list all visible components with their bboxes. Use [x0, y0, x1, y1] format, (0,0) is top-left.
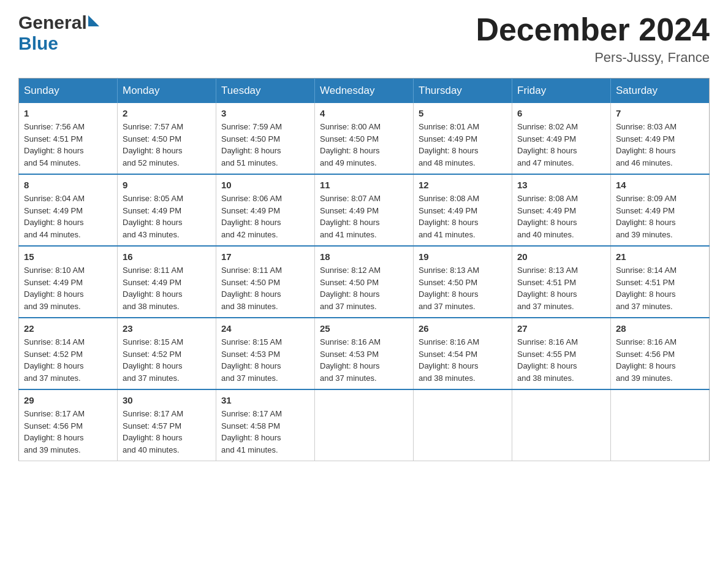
- day-number: 12: [419, 180, 507, 190]
- day-number: 16: [123, 251, 211, 262]
- day-cell: 9 Sunrise: 8:05 AM Sunset: 4:49 PM Dayli…: [118, 174, 216, 246]
- day-number: 18: [320, 251, 408, 262]
- day-info: Sunrise: 8:03 AM Sunset: 4:49 PM Dayligh…: [616, 121, 704, 169]
- week-row-4: 22 Sunrise: 8:14 AM Sunset: 4:52 PM Dayl…: [19, 318, 710, 389]
- day-cell: 4 Sunrise: 8:00 AM Sunset: 4:50 PM Dayli…: [315, 103, 414, 174]
- day-cell: [414, 389, 512, 461]
- day-cell: 28 Sunrise: 8:16 AM Sunset: 4:56 PM Dayl…: [611, 318, 710, 389]
- day-info: Sunrise: 8:15 AM Sunset: 4:52 PM Dayligh…: [123, 336, 211, 384]
- header-thursday: Thursday: [414, 79, 512, 104]
- day-info: Sunrise: 8:08 AM Sunset: 4:49 PM Dayligh…: [419, 193, 507, 240]
- day-cell: 22 Sunrise: 8:14 AM Sunset: 4:52 PM Dayl…: [19, 318, 118, 389]
- calendar-body: 1 Sunrise: 7:56 AM Sunset: 4:51 PM Dayli…: [19, 103, 710, 461]
- day-cell: 29 Sunrise: 8:17 AM Sunset: 4:56 PM Dayl…: [19, 389, 118, 461]
- day-info: Sunrise: 8:17 AM Sunset: 4:57 PM Dayligh…: [123, 408, 211, 456]
- day-info: Sunrise: 8:05 AM Sunset: 4:49 PM Dayligh…: [123, 193, 211, 240]
- day-number: 15: [24, 251, 112, 262]
- day-cell: 31 Sunrise: 8:17 AM Sunset: 4:58 PM Dayl…: [216, 389, 315, 461]
- day-cell: 20 Sunrise: 8:13 AM Sunset: 4:51 PM Dayl…: [512, 246, 611, 318]
- day-cell: 13 Sunrise: 8:08 AM Sunset: 4:49 PM Dayl…: [512, 174, 611, 246]
- day-info: Sunrise: 8:11 AM Sunset: 4:49 PM Dayligh…: [123, 264, 211, 312]
- day-number: 14: [616, 180, 704, 190]
- day-info: Sunrise: 8:16 AM Sunset: 4:55 PM Dayligh…: [517, 336, 605, 384]
- svg-marker-0: [88, 15, 99, 26]
- day-number: 20: [517, 251, 605, 262]
- day-info: Sunrise: 8:16 AM Sunset: 4:53 PM Dayligh…: [320, 336, 408, 384]
- day-cell: 16 Sunrise: 8:11 AM Sunset: 4:49 PM Dayl…: [118, 246, 216, 318]
- day-cell: 2 Sunrise: 7:57 AM Sunset: 4:50 PM Dayli…: [118, 103, 216, 174]
- day-info: Sunrise: 8:02 AM Sunset: 4:49 PM Dayligh…: [517, 121, 605, 169]
- week-row-1: 1 Sunrise: 7:56 AM Sunset: 4:51 PM Dayli…: [19, 103, 710, 174]
- day-info: Sunrise: 8:08 AM Sunset: 4:49 PM Dayligh…: [517, 193, 605, 240]
- logo: General Blue: [18, 12, 99, 54]
- day-info: Sunrise: 8:00 AM Sunset: 4:50 PM Dayligh…: [320, 121, 408, 169]
- calendar-table: Sunday Monday Tuesday Wednesday Thursday…: [18, 78, 710, 461]
- day-cell: 5 Sunrise: 8:01 AM Sunset: 4:49 PM Dayli…: [414, 103, 512, 174]
- day-cell: 6 Sunrise: 8:02 AM Sunset: 4:49 PM Dayli…: [512, 103, 611, 174]
- day-info: Sunrise: 8:06 AM Sunset: 4:49 PM Dayligh…: [221, 193, 309, 240]
- logo-general: General: [18, 12, 87, 33]
- page-header: General Blue December 2024 Pers-Jussy, F…: [18, 12, 710, 66]
- month-title: December 2024: [476, 12, 710, 47]
- weekday-header-row: Sunday Monday Tuesday Wednesday Thursday…: [19, 79, 710, 104]
- day-info: Sunrise: 8:14 AM Sunset: 4:52 PM Dayligh…: [24, 336, 112, 384]
- week-row-5: 29 Sunrise: 8:17 AM Sunset: 4:56 PM Dayl…: [19, 389, 710, 461]
- location: Pers-Jussy, France: [476, 50, 710, 66]
- day-cell: 14 Sunrise: 8:09 AM Sunset: 4:49 PM Dayl…: [611, 174, 710, 246]
- day-number: 31: [221, 395, 309, 405]
- day-info: Sunrise: 7:57 AM Sunset: 4:50 PM Dayligh…: [123, 121, 211, 169]
- day-number: 30: [123, 395, 211, 405]
- day-cell: 15 Sunrise: 8:10 AM Sunset: 4:49 PM Dayl…: [19, 246, 118, 318]
- week-row-3: 15 Sunrise: 8:10 AM Sunset: 4:49 PM Dayl…: [19, 246, 710, 318]
- logo-blue: Blue: [18, 33, 58, 53]
- day-info: Sunrise: 8:16 AM Sunset: 4:56 PM Dayligh…: [616, 336, 704, 384]
- day-cell: 26 Sunrise: 8:16 AM Sunset: 4:54 PM Dayl…: [414, 318, 512, 389]
- day-number: 19: [419, 251, 507, 262]
- day-number: 22: [24, 323, 112, 334]
- day-cell: 27 Sunrise: 8:16 AM Sunset: 4:55 PM Dayl…: [512, 318, 611, 389]
- day-number: 29: [24, 395, 112, 405]
- day-number: 2: [123, 108, 211, 118]
- day-number: 27: [517, 323, 605, 334]
- day-number: 4: [320, 108, 408, 118]
- header-sunday: Sunday: [19, 79, 118, 104]
- day-cell: [315, 389, 414, 461]
- title-section: December 2024 Pers-Jussy, France: [476, 12, 710, 66]
- day-cell: 24 Sunrise: 8:15 AM Sunset: 4:53 PM Dayl…: [216, 318, 315, 389]
- day-number: 23: [123, 323, 211, 334]
- day-info: Sunrise: 8:10 AM Sunset: 4:49 PM Dayligh…: [24, 264, 112, 312]
- day-number: 25: [320, 323, 408, 334]
- day-number: 7: [616, 108, 704, 118]
- day-number: 11: [320, 180, 408, 190]
- day-number: 9: [123, 180, 211, 190]
- day-info: Sunrise: 8:17 AM Sunset: 4:56 PM Dayligh…: [24, 408, 112, 456]
- day-cell: 18 Sunrise: 8:12 AM Sunset: 4:50 PM Dayl…: [315, 246, 414, 318]
- day-cell: 8 Sunrise: 8:04 AM Sunset: 4:49 PM Dayli…: [19, 174, 118, 246]
- day-info: Sunrise: 7:59 AM Sunset: 4:50 PM Dayligh…: [221, 121, 309, 169]
- calendar-header: Sunday Monday Tuesday Wednesday Thursday…: [19, 79, 710, 104]
- day-number: 28: [616, 323, 704, 334]
- day-number: 3: [221, 108, 309, 118]
- day-number: 1: [24, 108, 112, 118]
- logo-arrow-icon: [88, 15, 99, 26]
- day-cell: 12 Sunrise: 8:08 AM Sunset: 4:49 PM Dayl…: [414, 174, 512, 246]
- day-number: 17: [221, 251, 309, 262]
- header-wednesday: Wednesday: [315, 79, 414, 104]
- day-number: 8: [24, 180, 112, 190]
- day-info: Sunrise: 8:13 AM Sunset: 4:51 PM Dayligh…: [517, 264, 605, 312]
- day-info: Sunrise: 8:01 AM Sunset: 4:49 PM Dayligh…: [419, 121, 507, 169]
- day-cell: 30 Sunrise: 8:17 AM Sunset: 4:57 PM Dayl…: [118, 389, 216, 461]
- day-cell: 17 Sunrise: 8:11 AM Sunset: 4:50 PM Dayl…: [216, 246, 315, 318]
- day-info: Sunrise: 8:16 AM Sunset: 4:54 PM Dayligh…: [419, 336, 507, 384]
- day-cell: 21 Sunrise: 8:14 AM Sunset: 4:51 PM Dayl…: [611, 246, 710, 318]
- day-number: 21: [616, 251, 704, 262]
- week-row-2: 8 Sunrise: 8:04 AM Sunset: 4:49 PM Dayli…: [19, 174, 710, 246]
- day-number: 26: [419, 323, 507, 334]
- day-info: Sunrise: 8:13 AM Sunset: 4:50 PM Dayligh…: [419, 264, 507, 312]
- day-cell: 23 Sunrise: 8:15 AM Sunset: 4:52 PM Dayl…: [118, 318, 216, 389]
- header-friday: Friday: [512, 79, 611, 104]
- day-cell: [611, 389, 710, 461]
- day-info: Sunrise: 7:56 AM Sunset: 4:51 PM Dayligh…: [24, 121, 112, 169]
- day-info: Sunrise: 8:14 AM Sunset: 4:51 PM Dayligh…: [616, 264, 704, 312]
- day-info: Sunrise: 8:17 AM Sunset: 4:58 PM Dayligh…: [221, 408, 309, 456]
